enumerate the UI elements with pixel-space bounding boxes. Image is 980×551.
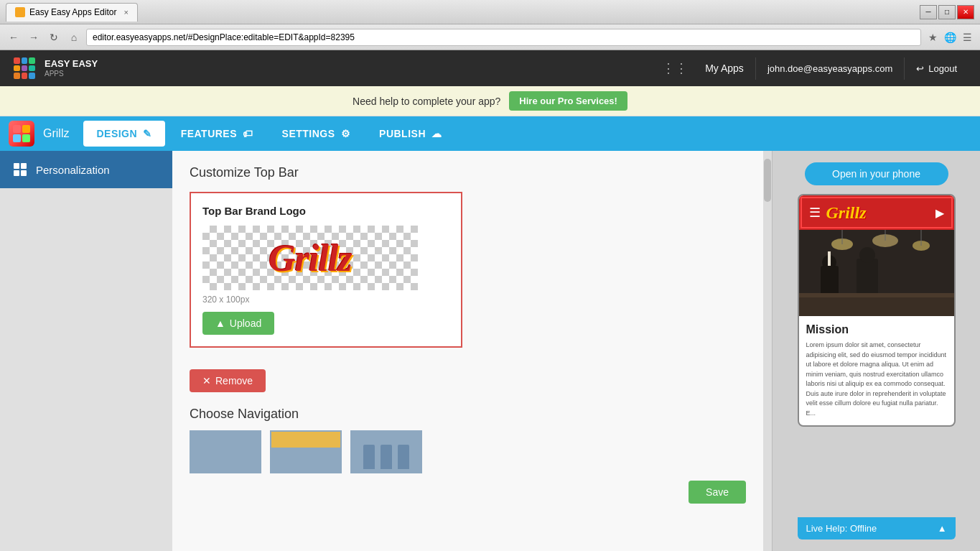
main-layout: Personalization Customize Top Bar Top Ba…	[0, 151, 980, 551]
nav-options	[190, 430, 746, 473]
browser-titlebar: Easy Easy Apps Editor × ─ □ ✕	[0, 0, 980, 24]
svg-rect-16	[799, 295, 954, 316]
phone-hero-image	[799, 230, 954, 316]
browser-addressbar: ← → ↻ ⌂ ★ 🌐 ☰	[0, 24, 980, 50]
promo-banner: Need help to complete your app? Hire our…	[0, 86, 980, 116]
logo-size-hint: 320 x 100px	[202, 295, 449, 305]
phone-topbar: ☰ Grillz ▶	[801, 197, 953, 228]
svg-point-15	[859, 247, 875, 263]
logo-upload-box: Top Bar Brand Logo Grillz 320 x 100px ▲ …	[190, 192, 462, 348]
personalization-label: Personalization	[36, 164, 110, 176]
logo-text: EASY EASY APPS	[45, 59, 98, 77]
live-help-bar[interactable]: Live Help: Offline ▲	[798, 517, 956, 540]
tab-publish[interactable]: PUBLISH ☁	[366, 121, 454, 147]
scrollbar-thumb[interactable]	[764, 159, 771, 202]
svg-rect-3	[21, 170, 27, 176]
phone-grillz-logo: Grillz	[826, 203, 867, 223]
live-help-chevron-icon: ▲	[938, 523, 947, 534]
open-in-phone-btn[interactable]: Open in your phone	[805, 162, 948, 185]
phone-content-area: Mission Lorem ipsum dolor sit amet, cons…	[799, 316, 954, 425]
content-area: Customize Top Bar Top Bar Brand Logo Gri…	[172, 151, 763, 551]
tab-features-label: FEATURES	[181, 128, 237, 139]
phone-topbar-highlight: ☰ Grillz ▶	[799, 195, 954, 230]
nav-section-title: Choose Navigation	[190, 407, 746, 422]
phone-preview-panel: Open in your phone ☰ Grillz ▶	[772, 151, 980, 551]
scrollbar-track[interactable]	[763, 151, 772, 551]
promo-cta-btn[interactable]: Hire our Pro Services!	[509, 91, 627, 111]
window-controls: ─ □ ✕	[920, 5, 974, 19]
window-maximize-btn[interactable]: □	[938, 5, 956, 19]
app-nav: Grillz DESIGN ✎ FEATURES 🏷 SETTINGS ⚙ PU…	[0, 116, 980, 151]
address-bar[interactable]	[86, 29, 921, 46]
logout-btn[interactable]: ↩ Logout	[905, 57, 969, 80]
logout-icon: ↩	[916, 63, 924, 74]
svg-rect-1	[21, 163, 27, 169]
tab-design[interactable]: DESIGN ✎	[83, 121, 164, 147]
tab-publish-label: PUBLISH	[379, 128, 426, 139]
logo-area: EASY EASY APPS	[11, 55, 98, 81]
my-apps-link[interactable]: My Apps	[694, 57, 755, 80]
phone-mission-title: Mission	[806, 323, 947, 336]
hamburger-icon: ☰	[809, 205, 821, 221]
sidebar: Personalization	[0, 151, 172, 551]
upload-icon: ▲	[215, 318, 225, 329]
app-logo-icon	[9, 121, 34, 147]
phone-mission-text: Lorem ipsum dolor sit amet, consectetur …	[806, 341, 947, 418]
nav-option-1[interactable]	[190, 430, 261, 473]
cursor-indicator: ▶	[935, 206, 944, 220]
logo-grid-icon	[11, 55, 37, 81]
publish-icon: ☁	[431, 128, 442, 139]
svg-rect-2	[14, 170, 19, 176]
promo-text: Need help to complete your app?	[353, 96, 500, 107]
user-email: john.doe@easyeasyapps.com	[755, 57, 905, 80]
reload-btn[interactable]: ↻	[46, 29, 62, 45]
grillz-logo-preview: Grillz	[269, 237, 351, 279]
tab-close-btn[interactable]: ×	[123, 8, 128, 17]
personalization-icon	[11, 161, 29, 178]
logo-section-title: Top Bar Brand Logo	[202, 205, 449, 217]
apps-grid-icon[interactable]: ⋮⋮	[662, 60, 688, 76]
tab-features[interactable]: FEATURES 🏷	[168, 121, 266, 147]
phone-frame: ☰ Grillz ▶	[798, 194, 956, 427]
features-icon: 🏷	[243, 128, 253, 139]
nav-option-2[interactable]	[270, 430, 342, 473]
tab-favicon	[15, 7, 25, 17]
settings-icon: ⚙	[341, 128, 351, 139]
svg-rect-0	[14, 163, 19, 169]
content-scroll-wrapper: Customize Top Bar Top Bar Brand Logo Gri…	[172, 151, 772, 551]
nav-option-3[interactable]	[350, 430, 422, 473]
forward-btn[interactable]: →	[26, 29, 42, 45]
tab-settings[interactable]: SETTINGS ⚙	[269, 121, 364, 147]
header-right: ⋮⋮ My Apps john.doe@easyeasyapps.com ↩ L…	[662, 57, 969, 80]
browser-menu-icon[interactable]: ☰	[960, 30, 974, 45]
tab-title: Easy Easy Apps Editor	[29, 7, 116, 17]
app-header: EASY EASY APPS ⋮⋮ My Apps john.doe@easye…	[0, 50, 980, 86]
globe-icon: 🌐	[943, 30, 957, 45]
window-close-btn[interactable]: ✕	[957, 5, 974, 19]
browser-tab[interactable]: Easy Easy Apps Editor ×	[6, 3, 138, 22]
app-name: Grillz	[43, 127, 69, 140]
svg-rect-13	[828, 251, 831, 266]
save-bar: Save	[190, 473, 746, 511]
remove-icon: ✕	[202, 375, 211, 386]
star-icon[interactable]: ★	[925, 30, 940, 45]
svg-rect-17	[799, 293, 954, 297]
live-help-text: Live Help: Offline	[806, 523, 877, 534]
home-btn[interactable]: ⌂	[66, 29, 82, 45]
tab-settings-label: SETTINGS	[282, 128, 335, 139]
sidebar-item-personalization[interactable]: Personalization	[0, 151, 172, 188]
logo-preview-area: Grillz	[202, 226, 418, 290]
design-icon: ✎	[143, 128, 152, 139]
page-title: Customize Top Bar	[190, 165, 746, 180]
save-btn[interactable]: Save	[689, 481, 746, 504]
remove-btn[interactable]: ✕ Remove	[190, 369, 266, 392]
upload-btn[interactable]: ▲ Upload	[202, 312, 274, 335]
tab-design-label: DESIGN	[96, 128, 137, 139]
back-btn[interactable]: ←	[6, 29, 22, 45]
window-minimize-btn[interactable]: ─	[920, 5, 937, 19]
